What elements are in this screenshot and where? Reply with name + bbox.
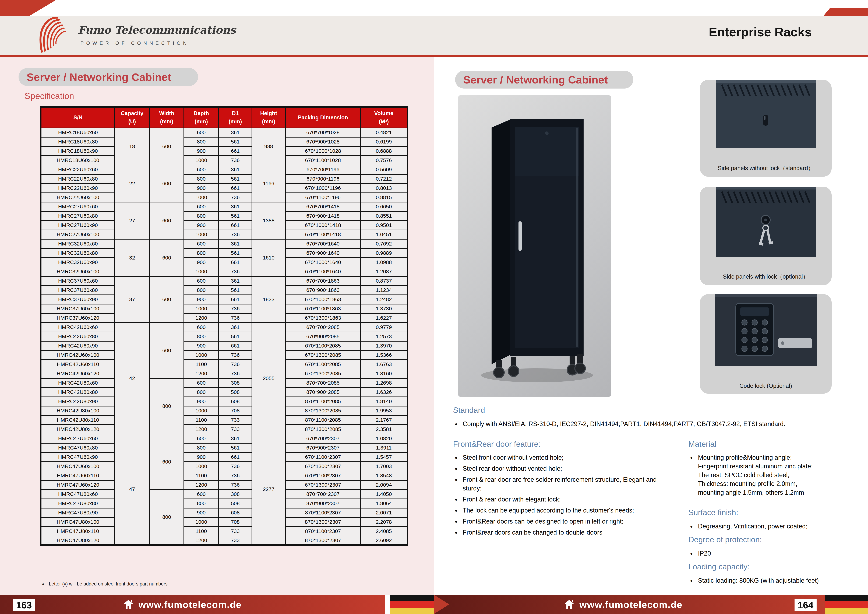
table-row: HMRC47U60x1201200736670*1300*23072.0094 <box>41 480 408 490</box>
cell-d1: 736 <box>219 471 252 480</box>
col-header-width: Width (mm) <box>149 107 184 128</box>
table-row: HMRC32U60x1001000736670*1100*16401.2087 <box>41 267 408 276</box>
cell-packing: 670*1300*2085 <box>285 369 361 378</box>
cell-d1: 736 <box>219 480 252 490</box>
cell-packing: 670*1000*1640 <box>285 258 361 267</box>
cell-sn: HMRC47U80x60 <box>41 490 115 499</box>
bullet-icon: ● <box>42 582 44 586</box>
cell-packing: 870*1100*2307 <box>285 508 361 518</box>
cell-depth: 600 <box>184 239 219 248</box>
cell-sn: HMRC37U60x100 <box>41 304 115 313</box>
cell-packing: 870*1100*2085 <box>285 416 361 425</box>
cell-volume: 0.8737 <box>361 276 408 285</box>
cell-depth: 900 <box>184 397 219 406</box>
table-row: HMRC42U80x1201200733870*1300*20852.3581 <box>41 425 408 434</box>
cell-volume: 1.7003 <box>361 462 408 471</box>
list-item: ● Static loading: 800KG (with adjustable… <box>690 576 866 585</box>
cell-sn: HMRC42U60x90 <box>41 341 115 350</box>
cell-volume: 0.7576 <box>361 156 408 165</box>
list-item: ● Front&Rear doors can be designed to op… <box>455 517 673 526</box>
page-number-right: 164 <box>795 599 817 611</box>
cell-depth: 1200 <box>184 536 219 545</box>
cell-height: 1166 <box>252 165 285 202</box>
cell-depth: 600 <box>184 202 219 211</box>
cell-packing: 870*1300*2085 <box>285 406 361 416</box>
cell-sn: HMRC42U80x80 <box>41 388 115 397</box>
cell-sn: HMRC32U60x90 <box>41 258 115 267</box>
website-url-left[interactable]: www.fumotelecom.de <box>138 599 242 610</box>
cell-depth: 900 <box>184 146 219 156</box>
table-row: HMRC18U60x90900661670*1000*10280.6888 <box>41 146 408 156</box>
cell-capacity: 32 <box>115 239 149 276</box>
cell-packing: 670*900*1196 <box>285 174 361 183</box>
loading-capacity-heading: Loading capacity: <box>688 562 750 571</box>
table-row: HMRC42U80x60800600308870*700*20851.2698 <box>41 378 408 388</box>
page-number-left: 163 <box>13 599 35 611</box>
cell-packing: 670*900*1028 <box>285 137 361 146</box>
cell-sn: HMRC47U80x90 <box>41 508 115 518</box>
cell-d1: 661 <box>219 183 252 193</box>
cell-volume: 1.9953 <box>361 406 408 416</box>
cell-sn: HMRC37U60x60 <box>41 276 115 285</box>
cell-sn: HMRC42U60x60 <box>41 323 115 332</box>
material-list: ● Mounting profile&Mounting angle: Finge… <box>690 453 866 499</box>
cell-width: 600 <box>149 165 184 202</box>
cell-packing: 670*1300*2307 <box>285 462 361 471</box>
website-url-right[interactable]: www.fumotelecom.de <box>580 599 682 610</box>
cell-capacity: 37 <box>115 276 149 323</box>
cell-volume: 1.8548 <box>361 471 408 480</box>
cell-sn: HMRC47U60x80 <box>41 443 115 453</box>
table-row: HMRC42U80x1101100733870*1100*20852.1767 <box>41 416 408 425</box>
cell-volume: 0.7212 <box>361 174 408 183</box>
cell-volume: 1.3911 <box>361 443 408 453</box>
cell-volume: 1.2482 <box>361 295 408 304</box>
cell-width: 600 <box>149 239 184 276</box>
cell-d1: 608 <box>219 397 252 406</box>
cell-capacity: 18 <box>115 128 149 165</box>
col-header-d1: D1 (mm) <box>219 107 252 128</box>
right-page-title: Server / Networking Cabinet <box>463 73 608 86</box>
cell-d1: 733 <box>219 527 252 536</box>
table-row: HMRC47U80x80800508870*900*23071.8064 <box>41 499 408 508</box>
cell-d1: 736 <box>219 350 252 360</box>
cell-sn: HMRC37U60x90 <box>41 295 115 304</box>
material-heading: Material <box>688 440 716 449</box>
table-row: HMRC27U60x80800561670*900*14180.8551 <box>41 211 408 221</box>
cell-d1: 736 <box>219 267 252 276</box>
cell-depth: 800 <box>184 285 219 295</box>
table-row: HMRC18U60x6018600600361988670*700*10280.… <box>41 128 408 137</box>
table-row: HMRC42U80x1001000708870*1300*20851.9953 <box>41 406 408 416</box>
cell-volume: 0.9889 <box>361 248 408 258</box>
cell-sn: HMRC47U60x100 <box>41 462 115 471</box>
table-row: HMRC47U60x60476006003612277670*700*23071… <box>41 434 408 443</box>
cell-d1: 561 <box>219 285 252 295</box>
cell-sn: HMRC27U60x90 <box>41 221 115 230</box>
cell-packing: 670*900*2085 <box>285 332 361 341</box>
col-header-packing: Packing Dimension <box>285 107 361 128</box>
cell-packing: 670*1100*1028 <box>285 156 361 165</box>
cell-depth: 1000 <box>184 406 219 416</box>
german-flag-center <box>390 595 434 614</box>
cell-volume: 1.0988 <box>361 258 408 267</box>
cell-volume: 1.6763 <box>361 360 408 369</box>
left-page-title-badge: Server / Networking Cabinet <box>19 68 198 86</box>
cell-sn: HMRC42U60x110 <box>41 360 115 369</box>
cell-depth: 900 <box>184 221 219 230</box>
cell-height: 1388 <box>252 202 285 239</box>
german-flag-right <box>825 595 868 614</box>
table-row: HMRC32U60x80800561670*900*16400.9889 <box>41 248 408 258</box>
cell-packing: 870*1300*2307 <box>285 518 361 527</box>
cell-capacity: 27 <box>115 202 149 239</box>
cell-d1: 736 <box>219 360 252 369</box>
bullet-icon: ● <box>455 453 457 462</box>
cell-depth: 600 <box>184 434 219 443</box>
cell-d1: 361 <box>219 128 252 137</box>
cell-d1: 361 <box>219 239 252 248</box>
cell-depth: 800 <box>184 248 219 258</box>
cell-depth: 1000 <box>184 518 219 527</box>
table-row: HMRC32U60x90900661670*1000*16401.0988 <box>41 258 408 267</box>
cell-volume: 1.4050 <box>361 490 408 499</box>
cell-depth: 800 <box>184 499 219 508</box>
cell-sn: HMRC22U60x80 <box>41 174 115 183</box>
cell-packing: 670*1100*1640 <box>285 267 361 276</box>
